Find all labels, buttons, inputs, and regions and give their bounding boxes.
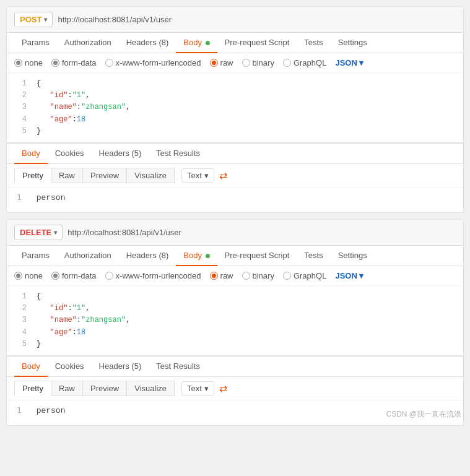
response-tab-bar-2: Body Cookies Headers (5) Test Results bbox=[7, 357, 463, 377]
method-label-1: POST bbox=[20, 15, 41, 24]
tab-settings-1[interactable]: Settings bbox=[331, 33, 375, 53]
json-dropdown-2[interactable]: JSON ▾ bbox=[335, 271, 363, 280]
tab-params-1[interactable]: Params bbox=[14, 33, 57, 53]
code-line-2-3: 3 "name":"zhangsan", bbox=[7, 314, 463, 326]
option-graphql-2[interactable]: GraphQL bbox=[283, 271, 326, 280]
radio-graphql-dot-2 bbox=[283, 272, 291, 280]
view-pretty-1[interactable]: Pretty bbox=[14, 168, 51, 183]
resp-tab-cookies-2[interactable]: Cookies bbox=[48, 357, 92, 377]
radio-binary-dot-1 bbox=[242, 59, 250, 67]
tab-authorization-2[interactable]: Authorization bbox=[57, 246, 119, 266]
chevron-down-icon-2: ▾ bbox=[54, 229, 57, 236]
view-options-1: Pretty Raw Preview Visualize Text ▾ ⇄ bbox=[7, 164, 463, 188]
json-dropdown-1[interactable]: JSON ▾ bbox=[335, 58, 363, 67]
option-formdata-2[interactable]: form-data bbox=[51, 271, 97, 280]
option-none-2[interactable]: none bbox=[14, 271, 43, 280]
url-input-1[interactable] bbox=[58, 15, 456, 24]
option-binary-2[interactable]: binary bbox=[242, 271, 274, 280]
url-input-2[interactable] bbox=[67, 228, 456, 237]
line-num-resp-1: 1 bbox=[17, 193, 22, 202]
text-dropdown-1[interactable]: Text ▾ bbox=[181, 168, 214, 183]
method-label-2: DELETE bbox=[20, 228, 51, 237]
line-num-resp-2: 1 bbox=[17, 405, 22, 415]
response-text-1: person bbox=[37, 193, 66, 202]
request-bar-2: DELETE ▾ bbox=[7, 220, 463, 246]
radio-formdata-dot-1 bbox=[51, 59, 59, 67]
tab-settings-2[interactable]: Settings bbox=[331, 246, 375, 266]
body-dot-2 bbox=[206, 254, 210, 258]
code-line-1-4: 4 "age":18 bbox=[7, 114, 463, 126]
panel-1: POST ▾ Params Authorization Headers (8) … bbox=[6, 6, 464, 213]
code-area-2: 1 { 2 "id":"1", 3 "name":"zhangsan", 4 "… bbox=[7, 286, 463, 355]
panel-2: DELETE ▾ Params Authorization Headers (8… bbox=[6, 219, 464, 426]
request-tab-bar-1: Params Authorization Headers (8) Body Pr… bbox=[7, 33, 463, 53]
method-select-1[interactable]: POST ▾ bbox=[14, 12, 53, 27]
code-area-1: 1 { 2 "id":"1", 3 "name":"zhangsan", 4 "… bbox=[7, 73, 463, 142]
chevron-down-icon: ▾ bbox=[44, 16, 47, 23]
response-body-1: 1 person bbox=[7, 188, 463, 212]
view-pretty-2[interactable]: Pretty bbox=[14, 381, 51, 396]
code-line-2-2: 2 "id":"1", bbox=[7, 303, 463, 314]
body-options-1: none form-data x-www-form-urlencoded raw… bbox=[7, 53, 463, 73]
request-bar-1: POST ▾ bbox=[7, 7, 463, 33]
option-graphql-1[interactable]: GraphQL bbox=[283, 58, 326, 67]
radio-urlencoded-dot-2 bbox=[105, 272, 113, 280]
request-tab-bar-2: Params Authorization Headers (8) Body Pr… bbox=[7, 246, 463, 266]
option-raw-2[interactable]: raw bbox=[210, 271, 233, 280]
option-none-1[interactable]: none bbox=[14, 58, 43, 67]
response-section-1: Body Cookies Headers (5) Test Results Pr… bbox=[7, 142, 463, 212]
radio-graphql-dot-1 bbox=[283, 59, 291, 67]
resp-tab-testresults-1[interactable]: Test Results bbox=[149, 144, 207, 164]
view-visualize-1[interactable]: Visualize bbox=[126, 168, 175, 183]
radio-raw-dot-2 bbox=[210, 272, 218, 280]
resp-tab-testresults-2[interactable]: Test Results bbox=[149, 357, 207, 377]
wrap-icon-1[interactable]: ⇄ bbox=[219, 170, 227, 181]
text-dropdown-chevron-2: ▾ bbox=[204, 384, 209, 393]
body-dot-1 bbox=[206, 41, 210, 45]
tab-prerequest-1[interactable]: Pre-request Script bbox=[217, 33, 297, 53]
view-raw-1[interactable]: Raw bbox=[51, 168, 83, 183]
watermark: CSDN @我一直在流浪 bbox=[386, 409, 461, 420]
radio-none-dot-2 bbox=[14, 272, 22, 280]
response-tab-bar-1: Body Cookies Headers (5) Test Results bbox=[7, 144, 463, 164]
code-line-2-5: 5 } bbox=[7, 339, 463, 350]
tab-params-2[interactable]: Params bbox=[14, 246, 57, 266]
resp-tab-body-1[interactable]: Body bbox=[14, 144, 48, 164]
text-dropdown-2[interactable]: Text ▾ bbox=[181, 381, 214, 396]
view-raw-2[interactable]: Raw bbox=[51, 381, 83, 396]
body-options-2: none form-data x-www-form-urlencoded raw… bbox=[7, 266, 463, 286]
option-binary-1[interactable]: binary bbox=[242, 58, 274, 67]
option-formdata-1[interactable]: form-data bbox=[51, 58, 97, 67]
resp-tab-body-2[interactable]: Body bbox=[14, 357, 48, 377]
panels-container: POST ▾ Params Authorization Headers (8) … bbox=[0, 6, 470, 426]
option-raw-1[interactable]: raw bbox=[210, 58, 233, 67]
tab-prerequest-2[interactable]: Pre-request Script bbox=[217, 246, 297, 266]
option-urlencoded-1[interactable]: x-www-form-urlencoded bbox=[105, 58, 201, 67]
view-visualize-2[interactable]: Visualize bbox=[126, 381, 175, 396]
code-line-1-5: 5 } bbox=[7, 126, 463, 137]
tab-tests-1[interactable]: Tests bbox=[297, 33, 330, 53]
tab-authorization-1[interactable]: Authorization bbox=[57, 33, 119, 53]
tab-body-1[interactable]: Body bbox=[176, 33, 217, 53]
tab-headers-2[interactable]: Headers (8) bbox=[119, 246, 176, 266]
text-dropdown-label-1: Text bbox=[187, 171, 202, 180]
option-urlencoded-2[interactable]: x-www-form-urlencoded bbox=[105, 271, 201, 280]
radio-raw-dot-1 bbox=[210, 59, 218, 67]
tab-headers-1[interactable]: Headers (8) bbox=[119, 33, 176, 53]
code-line-2-4: 4 "age":18 bbox=[7, 327, 463, 339]
view-preview-2[interactable]: Preview bbox=[82, 381, 127, 396]
tab-tests-2[interactable]: Tests bbox=[297, 246, 330, 266]
text-dropdown-chevron-1: ▾ bbox=[204, 171, 209, 180]
radio-formdata-dot-2 bbox=[51, 272, 59, 280]
tab-body-2[interactable]: Body bbox=[176, 246, 217, 266]
resp-tab-cookies-1[interactable]: Cookies bbox=[48, 144, 92, 164]
code-line-1-1: 1 { bbox=[7, 78, 463, 90]
wrap-icon-2[interactable]: ⇄ bbox=[219, 383, 227, 394]
radio-urlencoded-dot-1 bbox=[105, 59, 113, 67]
text-dropdown-label-2: Text bbox=[187, 384, 202, 393]
method-select-2[interactable]: DELETE ▾ bbox=[14, 225, 63, 240]
code-line-1-3: 3 "name":"zhangsan", bbox=[7, 102, 463, 113]
view-preview-1[interactable]: Preview bbox=[82, 168, 127, 183]
resp-tab-headers-1[interactable]: Headers (5) bbox=[92, 144, 149, 164]
resp-tab-headers-2[interactable]: Headers (5) bbox=[92, 357, 149, 377]
